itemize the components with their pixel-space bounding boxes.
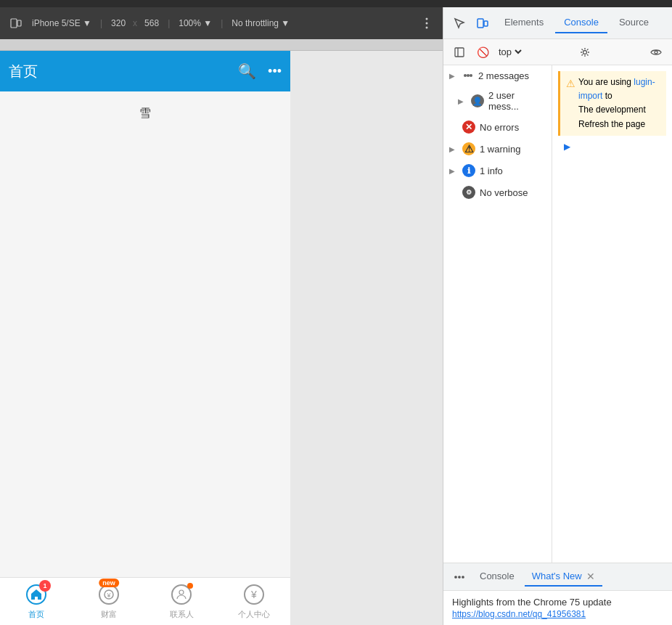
msg-row-errors[interactable]: ▶ ✕ No errors (443, 116, 552, 138)
svg-rect-8 (478, 19, 483, 28)
console-content: ▶ 2 messages ▶ 👤 2 user mess... ▶ ✕ No e… (443, 65, 672, 563)
console-settings-icon[interactable] (575, 42, 595, 62)
contacts-label: 联系人 (170, 609, 194, 620)
msg-text-errors: No errors (480, 122, 546, 133)
svg-point-13 (655, 51, 657, 54)
svg-point-4 (426, 27, 428, 29)
tab-elements[interactable]: Elements (496, 12, 552, 33)
svg-rect-10 (455, 48, 464, 57)
highlights-link[interactable]: https://blog.csdn.net/qq_41956381 (452, 609, 663, 619)
app-title: 首页 (9, 62, 226, 81)
eye-icon[interactable] (646, 42, 666, 62)
simulator-panel: iPhone 5/SE ▼ | 320 x 568 | 100% ▼ | No … (0, 7, 443, 625)
devtools-panel: Elements Console Source 🚫 top (443, 7, 672, 625)
warning-line3: Refresh the page (578, 118, 660, 131)
msg-row-user[interactable]: ▶ 👤 2 user mess... (443, 86, 552, 116)
nav-item-home[interactable]: 1 首页 (0, 578, 73, 625)
clear-console-icon[interactable]: 🚫 (474, 44, 491, 61)
bottom-panel-icon[interactable] (449, 567, 470, 587)
expand-arrow-icon: ▶ (564, 140, 570, 154)
svg-point-18 (459, 576, 460, 577)
bottom-nav: 1 首页 new ¥ (0, 577, 290, 625)
device-more-icon[interactable] (417, 13, 437, 33)
msg-text-messages: 2 messages (478, 70, 546, 81)
profile-label: 个人中心 (238, 609, 270, 620)
bottom-tab-console[interactable]: Console (472, 568, 522, 586)
svg-point-12 (583, 50, 587, 54)
app-header: 首页 🔍 ••• (0, 51, 290, 91)
devtools-bottom-tabs: Console What's New ✕ (443, 563, 672, 590)
snow-character: 雪 (139, 106, 151, 121)
device-select[interactable]: iPhone 5/SE ▼ (32, 18, 91, 28)
browser-toolbar (0, 0, 672, 7)
svg-point-15 (467, 74, 470, 77)
home-badge: 1 (39, 580, 51, 592)
search-icon[interactable]: 🔍 (238, 62, 256, 80)
sidebar-toggle-icon[interactable] (449, 42, 470, 62)
highlights-bar: Highlights from the Chrome 75 update htt… (443, 590, 672, 625)
svg-rect-1 (17, 20, 21, 26)
console-toolbar: 🚫 top (443, 39, 672, 65)
svg-rect-0 (11, 19, 17, 28)
msg-text-verbose: No verbose (480, 187, 546, 198)
msg-row-warnings[interactable]: ▶ ⚠ 1 warning (443, 138, 552, 160)
svg-rect-9 (484, 21, 488, 26)
error-icon: ✕ (462, 120, 475, 134)
expand-row[interactable]: ▶ (558, 136, 666, 158)
svg-point-19 (462, 576, 464, 577)
msg-text-warnings: 1 warning (480, 144, 546, 155)
msg-text-info: 1 info (480, 166, 546, 176)
app-content: 雪 (0, 91, 290, 577)
device-toolbar: iPhone 5/SE ▼ | 320 x 568 | 100% ▼ | No … (0, 7, 443, 39)
msg-row-info[interactable]: ▶ ℹ 1 info (443, 160, 552, 181)
home-label: 首页 (28, 609, 44, 620)
svg-point-2 (426, 18, 428, 20)
profile-nav-icon: ¥ (244, 584, 264, 605)
nav-item-profile[interactable]: ¥ 个人中心 (218, 578, 290, 625)
warning-suffix: to (605, 91, 612, 101)
mobile-frame-area: 首页 🔍 ••• 雪 (0, 51, 443, 625)
device-height: 568 (144, 18, 159, 28)
svg-text:¥: ¥ (106, 592, 111, 599)
msg-row-messages[interactable]: ▶ 2 messages (443, 65, 552, 86)
highlights-text: Highlights from the Chrome 75 update (452, 597, 612, 608)
main-area: iPhone 5/SE ▼ | 320 x 568 | 100% ▼ | No … (0, 7, 672, 625)
msg-row-verbose[interactable]: ▶ ⚙ No verbose (443, 181, 552, 203)
tab-source[interactable]: Source (610, 12, 657, 33)
bottom-tab-whats-new[interactable]: What's New ✕ (525, 568, 602, 587)
info-icon: ℹ (462, 164, 475, 177)
wealth-nav-icon: ¥ (99, 584, 119, 605)
warning-message: ⚠ You are using lugin-import to The deve… (558, 71, 666, 136)
svg-point-14 (464, 74, 467, 77)
svg-point-17 (455, 576, 456, 577)
device-toggle-icon[interactable] (472, 13, 493, 33)
verbose-icon: ⚙ (462, 186, 475, 199)
nav-item-contacts[interactable]: 联系人 (145, 578, 218, 625)
user-icon: 👤 (471, 94, 484, 107)
warning-triangle-icon: ⚠ (566, 75, 575, 91)
mobile-frame: 首页 🔍 ••• 雪 (0, 51, 290, 625)
close-whats-new-icon[interactable]: ✕ (586, 571, 595, 582)
more-icon[interactable]: ••• (268, 64, 282, 79)
ruler-area (0, 39, 443, 51)
msg-text-user: 2 user mess... (488, 90, 546, 112)
svg-point-7 (179, 590, 184, 595)
inspect-icon[interactable] (449, 13, 470, 33)
zoom-select[interactable]: 100% ▼ (179, 18, 212, 28)
svg-point-16 (470, 74, 472, 77)
tab-console[interactable]: Console (555, 12, 607, 33)
contacts-dot (187, 583, 193, 589)
devtools-tabs: Elements Console Source (443, 7, 672, 39)
nav-item-wealth[interactable]: new ¥ 财富 (73, 578, 145, 625)
svg-point-3 (426, 23, 428, 25)
context-select[interactable]: top (496, 46, 524, 58)
throttle-select[interactable]: No throttling ▼ (231, 18, 290, 28)
device-width: 320 (111, 18, 126, 28)
dim-separator: | (97, 18, 105, 28)
device-mode-icon[interactable] (6, 13, 26, 33)
console-messages-list: ▶ 2 messages ▶ 👤 2 user mess... ▶ ✕ No e… (443, 65, 552, 563)
warning-line2: The development (578, 103, 660, 117)
whats-new-label: What's New (532, 571, 582, 581)
warning-text-1: You are using (578, 77, 631, 87)
console-output: ⚠ You are using lugin-import to The deve… (552, 65, 672, 563)
